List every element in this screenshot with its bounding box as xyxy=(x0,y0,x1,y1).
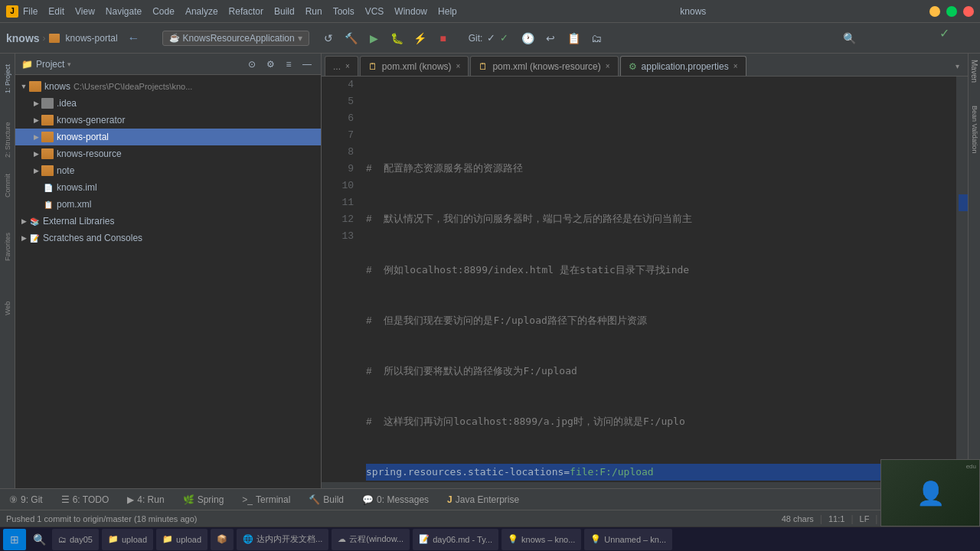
tree-item-knows[interactable]: ▼ knows C:\Users\PC\IdeaProjects\kno... xyxy=(15,78,321,95)
taskbar-search[interactable]: 🔍 xyxy=(29,530,49,549)
tree-item-knows-iml[interactable]: 📄 knows.iml xyxy=(15,179,321,196)
rebuild-button[interactable]: ↺ xyxy=(318,28,338,48)
run-config-dropdown-icon[interactable]: ▾ xyxy=(298,33,302,44)
bottom-tab-todo[interactable]: ☰ 6: TODO xyxy=(52,489,119,510)
windows-start-button[interactable]: ⊞ xyxy=(3,529,26,550)
tree-item-idea[interactable]: ▶ .idea xyxy=(15,95,321,112)
tab-overflow-button[interactable]: ▾ xyxy=(949,56,965,76)
tree-arrow-knows-generator[interactable]: ▶ xyxy=(31,115,41,126)
tree-arrow-knows-portal[interactable]: ▶ xyxy=(31,132,41,142)
hide-icon[interactable]: — xyxy=(299,57,315,72)
tree-item-scratches[interactable]: ▶ 📝 Scratches and Consoles xyxy=(15,230,321,246)
bottom-tab-build[interactable]: 🔨 Build xyxy=(299,489,353,510)
taskbar-upload-2[interactable]: 📁 upload xyxy=(156,529,207,550)
search-button[interactable]: 🔍 xyxy=(839,28,859,48)
tree-item-knows-resource[interactable]: ▶ knows-resource xyxy=(15,145,321,162)
commit-panel-toggle[interactable]: Commit xyxy=(1,179,15,193)
close-button[interactable]: × xyxy=(963,6,974,17)
taskbar-app4[interactable]: 📦 xyxy=(211,529,234,550)
horizontal-scrollbar[interactable] xyxy=(322,482,968,488)
taskbar-day05[interactable]: 🗂 day05 xyxy=(52,529,99,550)
back-button[interactable]: ← xyxy=(124,28,144,48)
build-button[interactable]: 🔨 xyxy=(341,28,361,48)
tree-arrow-knows-resource[interactable]: ▶ xyxy=(31,148,41,159)
tree-item-external-libs[interactable]: ▶ 📚 External Libraries xyxy=(15,213,321,230)
tab-pom-knows[interactable]: 🗒 pom.xml (knows) × xyxy=(360,56,469,76)
coverage-button[interactable]: ⚡ xyxy=(410,28,430,48)
project-panel-title[interactable]: 📁 Project ▾ xyxy=(21,59,71,70)
menu-code[interactable]: Code xyxy=(152,6,175,17)
structure-panel-toggle[interactable]: 2: Structure xyxy=(1,133,15,147)
tab-1[interactable]: ... × xyxy=(325,56,358,76)
taskbar-upload-1[interactable]: 📁 upload xyxy=(102,529,153,550)
maximize-button[interactable]: □ xyxy=(946,6,957,17)
settings-icon[interactable]: ≡ xyxy=(281,57,296,72)
tree-label-knows: knows xyxy=(44,81,70,92)
tree-item-knows-generator[interactable]: ▶ knows-generator xyxy=(15,112,321,129)
bottom-tab-messages[interactable]: 💬 0: Messages xyxy=(353,489,438,510)
taskbar-knows[interactable]: 💡 knows – kno... xyxy=(501,529,581,550)
tab-pom-resource[interactable]: 🗒 pom.xml (knows-resource) × xyxy=(470,56,618,76)
tree-arrow-note[interactable]: ▶ xyxy=(31,165,41,176)
code-editor[interactable]: # 配置静态资源服务器的资源路径 # 默认情况下，我们的访问服务器时，端口号之后… xyxy=(360,77,956,482)
menu-window[interactable]: Window xyxy=(394,6,427,17)
settings-button[interactable]: 🗂 xyxy=(586,28,606,48)
tab-app-properties-icon: ⚙ xyxy=(629,61,637,72)
taskbar-unnamed[interactable]: 💡 Unnamed – kn... xyxy=(584,529,672,550)
taskbar-yuncheng[interactable]: ☁ 云程(window... xyxy=(332,529,410,550)
tree-item-knows-portal[interactable]: ▶ knows-portal xyxy=(15,129,321,145)
editor-content[interactable]: 4 5 6 7 8 9 10 11 12 13 # 配置静态资源服务器的资源路径… xyxy=(322,77,968,482)
bottom-tab-terminal[interactable]: >_ Terminal xyxy=(233,489,299,510)
bean-validation-tab[interactable]: Bean Validation xyxy=(969,103,980,156)
tree-arrow-external[interactable]: ▶ xyxy=(18,216,29,227)
tree-item-pom-xml[interactable]: 📋 pom.xml xyxy=(15,196,321,213)
tree-arrow[interactable]: ▼ xyxy=(18,81,29,92)
bottom-tab-spring[interactable]: 🌿 Spring xyxy=(174,489,234,510)
menu-refactor[interactable]: Refactor xyxy=(229,6,263,17)
menu-run[interactable]: Run xyxy=(305,6,322,17)
history-button[interactable]: 🕐 xyxy=(518,28,537,48)
taskbar-danei[interactable]: 🌐 达内内开发文档... xyxy=(237,529,328,550)
debug-button[interactable]: 🐛 xyxy=(387,28,407,48)
git-status-icon[interactable]: ✓ xyxy=(487,32,495,44)
project-panel-toggle[interactable]: 1: Project xyxy=(1,72,15,86)
spring-tab-icon: 🌿 xyxy=(183,494,194,505)
revert-button[interactable]: ↩ xyxy=(541,28,560,48)
taskbar-day06[interactable]: 📝 day06.md - Ty... xyxy=(413,529,498,550)
git-push-icon[interactable]: ✓ xyxy=(500,32,508,44)
web-panel-toggle[interactable]: Web xyxy=(1,302,15,315)
tab-pom-knows-close[interactable]: × xyxy=(456,62,461,70)
run-button[interactable]: ▶ xyxy=(364,28,384,48)
tree-item-note[interactable]: ▶ note xyxy=(15,162,321,179)
tab-1-close[interactable]: × xyxy=(345,62,350,70)
maven-tab[interactable]: Maven xyxy=(969,57,980,86)
window-controls[interactable]: − □ × xyxy=(929,6,974,17)
scope-icon[interactable]: ⊙ xyxy=(244,57,260,72)
tree-arrow-idea[interactable]: ▶ xyxy=(31,98,41,109)
favorites-panel-toggle[interactable]: Favorites xyxy=(1,240,15,254)
menu-build[interactable]: Build xyxy=(274,6,295,17)
run-configuration[interactable]: ☕ KnowsResourceApplication ▾ xyxy=(162,31,309,46)
menu-edit[interactable]: Edit xyxy=(48,6,64,17)
menu-file[interactable]: File xyxy=(23,6,38,17)
bottom-tab-git[interactable]: ⑨ 9: Git xyxy=(0,489,52,510)
menu-view[interactable]: View xyxy=(75,6,95,17)
vcs-button[interactable]: 📋 xyxy=(564,28,583,48)
tab-app-properties[interactable]: ⚙ application.properties × xyxy=(620,56,746,76)
menu-bar[interactable]: File Edit View Navigate Code Analyze Ref… xyxy=(23,6,457,17)
panel-title-dropdown-icon[interactable]: ▾ xyxy=(67,60,71,68)
bottom-tab-java-enterprise[interactable]: J Java Enterprise xyxy=(438,489,528,510)
minimize-button[interactable]: − xyxy=(929,6,940,17)
menu-navigate[interactable]: Navigate xyxy=(106,6,142,17)
menu-help[interactable]: Help xyxy=(438,6,457,17)
bottom-tab-run[interactable]: ▶ 4: Run xyxy=(118,489,173,510)
tree-arrow-scratches[interactable]: ▶ xyxy=(18,233,29,243)
tab-pom-resource-close[interactable]: × xyxy=(606,62,610,70)
stop-button[interactable]: ■ xyxy=(433,28,453,48)
menu-analyze[interactable]: Analyze xyxy=(185,6,218,17)
line-separator[interactable]: LF xyxy=(860,514,870,523)
options-icon[interactable]: ⚙ xyxy=(263,57,278,72)
tab-app-properties-close[interactable]: × xyxy=(733,62,738,70)
menu-tools[interactable]: Tools xyxy=(333,6,354,17)
menu-vcs[interactable]: VCS xyxy=(365,6,384,17)
